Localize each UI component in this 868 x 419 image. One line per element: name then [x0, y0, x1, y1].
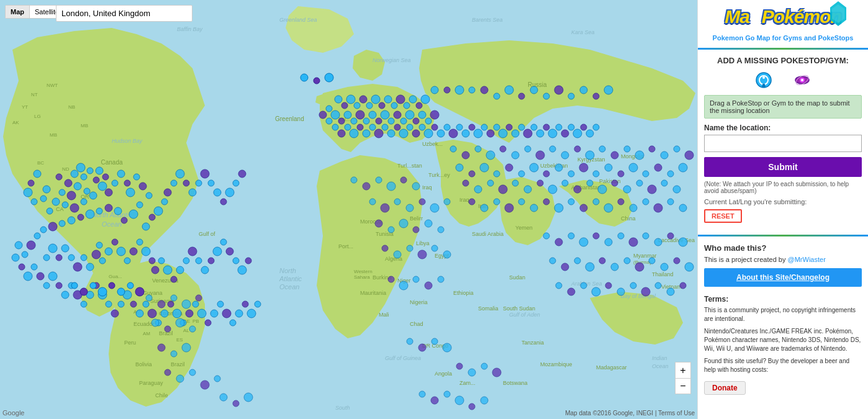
svg-text:South Sudan: South Sudan: [503, 305, 535, 312]
svg-text:Brazil: Brazil: [171, 361, 185, 367]
svg-text:Sahara: Sahara: [354, 274, 370, 280]
svg-text:Uzbek...: Uzbek...: [422, 141, 443, 147]
svg-text:Angola: Angola: [435, 371, 452, 377]
svg-text:LG: LG: [34, 114, 41, 119]
svg-text:Port...: Port...: [338, 243, 353, 250]
svg-text:Pakistan: Pakistan: [599, 178, 621, 184]
map-search-input[interactable]: [56, 5, 192, 22]
terms-text-2: Nintendo/Creatures Inc./GAME FREAK inc. …: [704, 327, 862, 353]
svg-text:Burkina: Burkina: [373, 274, 392, 281]
sidebar-divider-1: [698, 48, 868, 50]
svg-point-529: [801, 79, 803, 81]
svg-text:Kara Sea: Kara Sea: [571, 29, 595, 35]
svg-text:Turk...ey: Turk...ey: [428, 172, 450, 178]
map-attribution: Map data ©2016 Google, INEGI | Terms of …: [565, 410, 695, 417]
svg-text:ND: ND: [62, 166, 70, 172]
sidebar-header: MaPokémon Pokemon Go Map for Gyms and Po…: [698, 0, 868, 45]
svg-text:Morocco: Morocco: [360, 219, 382, 225]
gym-drag-icon[interactable]: [792, 70, 812, 90]
svg-text:Ocean: Ocean: [102, 220, 122, 228]
terms-text-3: Found this site useful? Buy the develope…: [704, 357, 862, 374]
icon-row: [704, 70, 862, 90]
sidebar: MaPokémon Pokemon Go Map for Gyms and Po…: [697, 0, 868, 419]
svg-text:Algeria: Algeria: [385, 256, 402, 262]
creator-link[interactable]: @MrWiaster: [788, 256, 826, 263]
svg-text:NB: NB: [68, 104, 75, 110]
svg-text:Bolivia: Bolivia: [135, 361, 152, 367]
svg-text:PB: PB: [192, 318, 199, 324]
svg-text:Afghanistan: Afghanistan: [571, 184, 601, 191]
svg-text:Ocean: Ocean: [279, 283, 299, 291]
svg-point-523: [762, 76, 765, 79]
svg-text:Mozambique: Mozambique: [540, 361, 572, 367]
svg-text:Mali: Mali: [379, 312, 389, 318]
svg-text:Vietnam: Vietnam: [661, 284, 682, 290]
who-text: This is a project created by @MrWiaster: [704, 256, 862, 263]
svg-text:Turl...stan: Turl...stan: [397, 163, 422, 169]
svg-text:Gulf of Aden: Gulf of Aden: [509, 312, 540, 318]
svg-text:Russia: Russia: [528, 81, 547, 88]
svg-text:Tanzania: Tanzania: [522, 340, 544, 346]
svg-text:Hudson Bay: Hudson Bay: [112, 138, 143, 144]
svg-text:Greenland Sea: Greenland Sea: [279, 17, 317, 23]
svg-text:Yemen: Yemen: [515, 225, 533, 231]
svg-text:CA: CA: [56, 206, 64, 212]
map-type-map-button[interactable]: Map: [6, 6, 30, 18]
svg-text:YT: YT: [22, 104, 28, 110]
svg-text:DR Congo: DR Congo: [422, 343, 448, 349]
svg-text:Chile: Chile: [155, 392, 168, 399]
svg-text:Venezuela: Venezuela: [152, 277, 178, 284]
svg-text:(Burma): (Burma): [633, 259, 651, 265]
svg-text:Brazil: Brazil: [159, 330, 173, 336]
svg-text:CE: CE: [183, 318, 190, 324]
svg-text:Egypt: Egypt: [435, 253, 450, 259]
svg-text:Indian: Indian: [652, 355, 667, 361]
svg-text:Guyana: Guyana: [143, 290, 163, 296]
svg-text:Barents Sea: Barents Sea: [472, 17, 503, 23]
submit-button[interactable]: Submit: [704, 157, 862, 177]
name-input[interactable]: [704, 135, 862, 152]
donate-section: Donate: [698, 381, 868, 401]
map-container[interactable]: North Atlantic Ocean Baffin Bay Hudson B…: [0, 0, 697, 419]
svg-rect-525: [762, 86, 766, 87]
svg-text:Peru: Peru: [124, 340, 136, 346]
about-button[interactable]: About this Site/Changelog: [704, 268, 862, 287]
zoom-in-button[interactable]: +: [675, 362, 691, 378]
svg-text:North Atlantic: North Atlantic: [91, 211, 132, 219]
svg-text:MB: MB: [50, 132, 57, 138]
svg-text:Mauritania: Mauritania: [360, 290, 386, 296]
svg-text:Mongolia: Mongolia: [621, 153, 644, 160]
svg-text:Libya: Libya: [416, 240, 430, 246]
svg-text:Norwegian Sea: Norwegian Sea: [373, 57, 411, 63]
svg-text:AP: AP: [133, 309, 140, 315]
svg-text:Bay of Bengal: Bay of Bengal: [621, 293, 656, 299]
svg-text:Belirr: Belirr: [410, 215, 423, 222]
svg-text:Greenland: Greenland: [275, 115, 304, 122]
svg-text:AK: AK: [12, 120, 19, 125]
zoom-out-button[interactable]: −: [675, 378, 691, 394]
svg-text:Sudan: Sudan: [509, 274, 525, 281]
name-label: Name the location:: [704, 124, 862, 132]
svg-text:Colombia: Colombia: [159, 310, 183, 317]
reset-button[interactable]: RESET: [704, 209, 742, 223]
google-logo: Google: [2, 409, 24, 417]
svg-text:Zam...: Zam...: [459, 380, 476, 386]
add-section: ADD A MISSING POKESTOP/GYM:: [698, 53, 868, 231]
svg-text:Iraq: Iraq: [422, 184, 432, 191]
svg-text:Niger: Niger: [397, 277, 411, 284]
svg-text:Chad: Chad: [410, 321, 423, 327]
svg-text:Ocean: Ocean: [652, 363, 669, 369]
svg-text:Madagascar: Madagascar: [596, 364, 627, 371]
terms-section: Terms: This is a community project, no c…: [698, 295, 868, 381]
pokestop-drag-icon[interactable]: [754, 70, 774, 90]
donate-button[interactable]: Donate: [704, 381, 746, 395]
svg-text:South: South: [335, 405, 350, 411]
svg-text:Paraguay: Paraguay: [139, 380, 163, 386]
terms-text-1: This is a community project, no copyrigh…: [704, 306, 862, 323]
svg-text:Kyrgyzstan: Kyrgyzstan: [577, 156, 605, 163]
svg-text:Iran: Iran: [478, 203, 488, 209]
who-made-section: Who made this? This is a project created…: [698, 240, 868, 295]
logo-subtitle: Pokemon Go Map for Gyms and PokeStops: [713, 34, 854, 42]
latlng-label: Current Lat/Lng you're submitting:: [704, 198, 862, 205]
add-title: ADD A MISSING POKESTOP/GYM:: [704, 56, 862, 65]
